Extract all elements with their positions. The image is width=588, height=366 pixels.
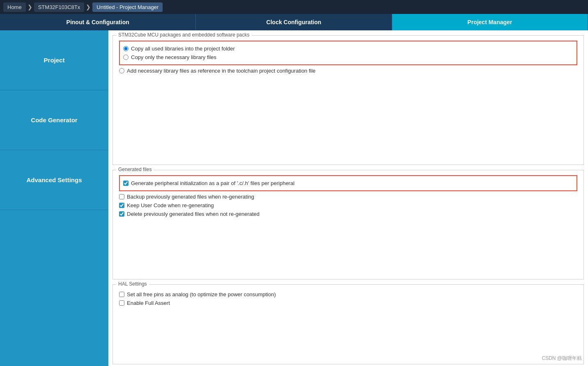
hal-checkbox-input-2[interactable] xyxy=(119,300,124,306)
stm32cube-section: STM32Cube MCU packages and embedded soft… xyxy=(113,35,584,165)
checkbox-input-4[interactable] xyxy=(119,211,124,217)
breadcrumb-arrow-2: ❯ xyxy=(86,4,91,10)
radio-input-2[interactable] xyxy=(123,55,129,60)
content-area: STM32Cube MCU packages and embedded soft… xyxy=(108,30,588,366)
radio-label-2: Copy only the necessary library files xyxy=(131,54,216,60)
hal-checkbox-input-1[interactable] xyxy=(119,292,124,297)
main-layout: Project Code Generator Advanced Settings… xyxy=(0,30,588,366)
radio-highlighted-group: Copy all used libraries into the project… xyxy=(119,41,577,65)
generated-files-title: Generated files xyxy=(116,167,154,172)
checkbox-highlighted-1: Generate peripheral initialization as a … xyxy=(119,175,577,191)
checkbox-option-2[interactable]: Backup previously generated files when r… xyxy=(119,194,577,200)
stm32cube-spacer xyxy=(119,76,577,158)
hal-settings-section: HAL Settings Set all free pins as analog… xyxy=(113,284,584,364)
tab-project-manager[interactable]: Project Manager xyxy=(392,14,588,30)
checkbox-input-1[interactable] xyxy=(123,181,129,186)
breadcrumb-arrow-1: ❯ xyxy=(28,4,32,10)
checkbox-option-4[interactable]: Delete previously generated files when n… xyxy=(119,211,577,217)
hal-settings-title: HAL Settings xyxy=(116,281,149,287)
sidebar-item-advanced-settings[interactable]: Advanced Settings xyxy=(0,150,108,210)
radio-option-2[interactable]: Copy only the necessary library files xyxy=(123,54,573,60)
tab-clock[interactable]: Clock Configuration xyxy=(196,14,392,30)
radio-option-1[interactable]: Copy all used libraries into the project… xyxy=(123,46,573,52)
checkbox-input-2[interactable] xyxy=(119,194,124,199)
sidebar-item-code-generator[interactable]: Code Generator xyxy=(0,90,108,150)
breadcrumb-current[interactable]: Untitled - Project Manager xyxy=(92,2,163,12)
hal-spacer xyxy=(119,309,577,358)
breadcrumb-mcu[interactable]: STM32F103C8Tx xyxy=(34,2,85,12)
checkbox-option-3[interactable]: Keep User Code when re-generating xyxy=(119,202,577,208)
radio-input-1[interactable] xyxy=(123,46,129,51)
checkbox-label-3: Keep User Code when re-generating xyxy=(127,202,214,208)
checkbox-input-3[interactable] xyxy=(119,203,124,208)
hal-checkbox-option-2[interactable]: Enable Full Assert xyxy=(119,300,577,306)
sidebar: Project Code Generator Advanced Settings xyxy=(0,30,108,366)
radio-input-3[interactable] xyxy=(119,68,124,73)
hal-checkbox-option-1[interactable]: Set all free pins as analog (to optimize… xyxy=(119,291,577,297)
hal-checkbox-label-2: Enable Full Assert xyxy=(127,300,170,306)
radio-label-1: Copy all used libraries into the project… xyxy=(131,46,235,52)
radio-option-3[interactable]: Add necessary library files as reference… xyxy=(119,68,577,74)
generated-files-section: Generated files Generate peripheral init… xyxy=(113,170,584,279)
checkbox-label-4: Delete previously generated files when n… xyxy=(127,211,260,217)
checkbox-option-1[interactable]: Generate peripheral initialization as a … xyxy=(123,180,573,186)
top-tabs: Pinout & Configuration Clock Configurati… xyxy=(0,14,588,30)
radio-label-3: Add necessary library files as reference… xyxy=(127,68,316,74)
tab-pinout[interactable]: Pinout & Configuration xyxy=(0,14,196,30)
hal-checkbox-label-1: Set all free pins as analog (to optimize… xyxy=(127,291,276,297)
generated-files-spacer xyxy=(119,220,577,273)
watermark: CSDN @咖喱年糕 xyxy=(542,355,582,362)
stm32cube-section-title: STM32Cube MCU packages and embedded soft… xyxy=(116,32,252,38)
checkbox-label-1: Generate peripheral initialization as a … xyxy=(131,180,294,186)
sidebar-item-project[interactable]: Project xyxy=(0,30,108,90)
breadcrumb-home[interactable]: Home xyxy=(3,2,26,12)
checkbox-label-2: Backup previously generated files when r… xyxy=(127,194,254,200)
breadcrumb: Home ❯ STM32F103C8Tx ❯ Untitled - Projec… xyxy=(0,0,588,14)
